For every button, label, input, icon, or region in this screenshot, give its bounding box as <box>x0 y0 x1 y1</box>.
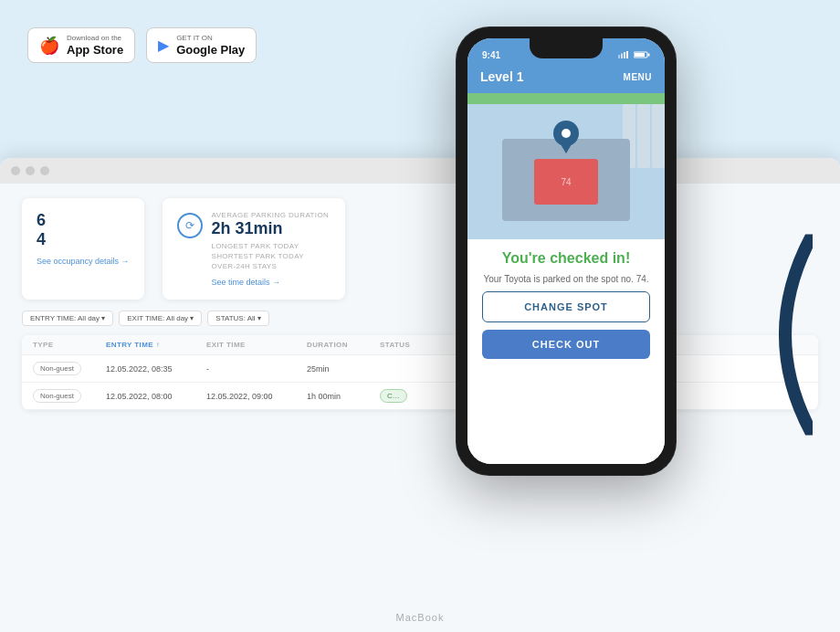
wifi-icon <box>618 51 631 58</box>
map-green-strip <box>467 93 665 104</box>
shortest-park-label: SHORTEST PARK TODAY <box>212 252 330 260</box>
status-filter[interactable]: STATUS: All ▾ <box>207 311 269 326</box>
pin-dot <box>562 129 571 138</box>
apple-icon: 🍎 <box>39 36 59 56</box>
longest-park-label: LONGEST PARK TODAY <box>212 242 330 250</box>
parking-table: TYPE ENTRY TIME ↑ EXIT TIME DURATION STA… <box>22 335 818 410</box>
dashboard-content: 6 4 See occupancy details → ⟳ AVERAGE PA… <box>0 184 840 632</box>
entry-time-filter[interactable]: ENTRY TIME: All day ▾ <box>22 311 113 326</box>
occupancy-card: 6 4 See occupancy details → <box>22 198 144 300</box>
phone-map-area: 74 <box>467 93 665 239</box>
avg-details: AVERAGE PARKING DURATION 2h 31min LONGES… <box>212 211 330 287</box>
row2-status: C… <box>380 389 435 403</box>
phone-notch <box>530 38 603 58</box>
svg-rect-6 <box>635 53 645 57</box>
map-row-line-2 <box>637 104 650 168</box>
over24-label: OVER-24H STAYS <box>212 262 330 270</box>
svg-rect-2 <box>624 52 625 58</box>
app-store-label: App Store <box>67 43 123 58</box>
app-store-badge[interactable]: 🍎 Download on the App Store <box>27 27 135 63</box>
avg-parking-value: 2h 31min <box>212 219 330 238</box>
avg-parking-label: AVERAGE PARKING DURATION <box>212 211 330 219</box>
checked-in-title: You're checked in! <box>502 250 630 267</box>
google-play-label: Google Play <box>176 43 245 58</box>
store-badges: 🍎 Download on the App Store ▶ GET IT ON … <box>27 27 257 63</box>
decorative-curve <box>758 234 813 438</box>
status-time: 9:41 <box>482 50 500 60</box>
row1-exit: - <box>206 364 307 374</box>
svg-rect-5 <box>648 54 650 57</box>
see-time-link[interactable]: See time details → <box>212 278 330 287</box>
change-spot-button[interactable]: CHANGE SPOT <box>482 291 650 322</box>
phone-screen: 9:41 Level 1 <box>467 38 665 464</box>
col-entry-time[interactable]: ENTRY TIME ↑ <box>106 341 206 349</box>
macbook-label: MacBook <box>396 612 445 623</box>
laptop-dot-3 <box>40 166 49 175</box>
occupancy-num1: 6 <box>37 211 46 230</box>
row1-duration: 25min <box>307 364 380 374</box>
dashboard-top-row: 6 4 See occupancy details → ⟳ AVERAGE PA… <box>22 198 818 300</box>
parking-spot: 74 <box>534 159 598 205</box>
check-out-button[interactable]: CHECK OUT <box>482 330 650 359</box>
spot-number: 74 <box>561 177 571 187</box>
app-store-text: Download on the App Store <box>67 34 123 57</box>
col-status: STATUS <box>380 341 435 349</box>
clock-icon: ⟳ <box>177 213 203 238</box>
phone-frame: 9:41 Level 1 <box>457 27 676 475</box>
svg-rect-1 <box>621 54 623 59</box>
see-occupancy-link[interactable]: See occupancy details → <box>37 257 130 266</box>
row2-exit: 12.05.2022, 09:00 <box>206 392 307 401</box>
checked-in-sub: Your Toyota is parked on the spot no. 74… <box>483 274 648 284</box>
battery-icon <box>634 51 650 58</box>
row2-duration: 1h 00min <box>307 392 380 401</box>
map-pin <box>553 121 579 146</box>
phone-level: Level 1 <box>480 69 523 84</box>
phone-mockup: 9:41 Level 1 <box>457 27 676 475</box>
table-row: Non-guest 12.05.2022, 08:35 - 25min <box>22 355 818 383</box>
pin-circle <box>553 121 579 146</box>
row1-type-badge: Non-guest <box>33 362 81 375</box>
table-header: TYPE ENTRY TIME ↑ EXIT TIME DURATION STA… <box>22 335 818 355</box>
filter-row: ENTRY TIME: All day ▾ EXIT TIME: All day… <box>22 311 818 326</box>
phone-content: You're checked in! Your Toyota is parked… <box>467 239 665 464</box>
status-icons <box>618 51 650 58</box>
row1-entry: 12.05.2022, 08:35 <box>106 364 206 374</box>
row1-type: Non-guest <box>33 362 106 375</box>
google-play-pre-label: GET IT ON <box>176 34 245 43</box>
row2-type: Non-guest <box>33 389 106 403</box>
col-type: TYPE <box>33 341 106 349</box>
row2-type-badge: Non-guest <box>33 389 81 403</box>
google-play-icon: ▶ <box>158 37 169 54</box>
col-exit-time[interactable]: EXIT TIME <box>206 341 307 349</box>
phone-menu-label[interactable]: MENU <box>624 72 652 82</box>
row2-entry: 12.05.2022, 08:00 <box>106 392 206 401</box>
occupancy-num2: 4 <box>37 230 46 249</box>
laptop-dot-1 <box>11 166 20 175</box>
google-play-badge[interactable]: ▶ GET IT ON Google Play <box>146 27 257 63</box>
avg-parking-card: ⟳ AVERAGE PARKING DURATION 2h 31min LONG… <box>163 198 345 300</box>
avg-sub-row: LONGEST PARK TODAY SHORTEST PARK TODAY O… <box>212 242 330 270</box>
laptop-background: 6 4 See occupancy details → ⟳ AVERAGE PA… <box>0 158 840 632</box>
svg-rect-0 <box>618 55 620 58</box>
col-duration: DURATION <box>307 341 380 349</box>
google-play-text: GET IT ON Google Play <box>176 34 245 57</box>
row2-status-badge: C… <box>380 389 407 403</box>
exit-time-filter[interactable]: EXIT TIME: All day ▾ <box>119 311 202 326</box>
svg-rect-3 <box>626 51 628 58</box>
laptop-top-bar <box>0 158 840 184</box>
app-store-pre-label: Download on the <box>67 34 123 43</box>
laptop-dot-2 <box>26 166 35 175</box>
parking-lot: 74 <box>502 121 630 221</box>
phone-header: Level 1 MENU <box>467 64 665 93</box>
map-row-line-3 <box>652 104 665 168</box>
table-row: Non-guest 12.05.2022, 08:00 12.05.2022, … <box>22 383 818 410</box>
